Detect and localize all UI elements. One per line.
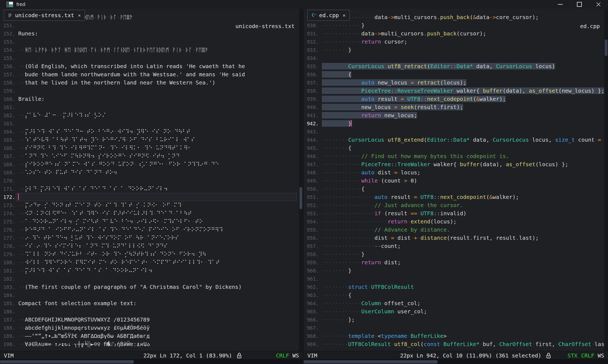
line-number[interactable]: 187. (0, 316, 18, 324)
line-number[interactable]: 967. (304, 324, 322, 332)
line-number[interactable]: 936. (304, 71, 322, 79)
text-line[interactable]: 168.··⡎⠊⠗⠕⠕⠛⠑⠰⠎·⠝⠁⠍⠑·⠺⠁⠎·⠛⠕⠕⠙·⠥⠏⠕⠝·⠰⡡⠁⠝⠛… (0, 160, 299, 168)
horizontal-scrollbar-thumb[interactable] (0, 360, 134, 363)
text-line[interactable]: 171.··⡕⠇⠙·⡍⠜⠇⠑⠹·⠺⠁⠎·⠁⠎·⠙⠑⠁⠙·⠁⠎·⠁·⠙⠕⠕⠗⠤⠝⠁… (0, 185, 299, 193)
line-number[interactable]: 161. (0, 103, 18, 111)
text-line[interactable]: 177.··⠔·⠹⠑·⠞⠗⠁⠙⠑⠲·⡃⠥⠞·⠹⠑·⠺⠊⠎⠙⠕⠍·⠕⠋·⠳⠗·⠁⠝… (0, 234, 299, 242)
line-number[interactable]: 152. (0, 30, 18, 38)
horizontal-scrollbar[interactable] (0, 359, 303, 364)
line-number[interactable]: 958. (304, 250, 322, 259)
text-line[interactable]: 183.··(The·first·couple·of·paragraphs·of… (0, 283, 299, 291)
line-number[interactable]: 943. (304, 128, 322, 136)
line-number[interactable]: 944. (304, 136, 322, 144)
line-number[interactable]: 951. (304, 193, 322, 201)
text-line[interactable]: 178.··⠊⠎·⠔·⠹⠑·⠎⠊⠍⠊⠇⠑⠆·⠁⠝⠙·⠍⠹·⠥⠝⠙⠁⠇⠇⠪⠫·⠙⠁… (0, 242, 299, 250)
code-line[interactable]: 930.············} (304, 21, 604, 29)
text-line[interactable]: 181.··⡍⠜⠇⠑⠹·⠺⠁⠎·⠁⠎·⠙⠑⠁⠙·⠁⠎·⠁·⠙⠕⠕⠗⠤⠝⠁⠊⠇⠲ (0, 266, 299, 275)
whitespace-indicator[interactable]: WS (598, 352, 604, 359)
line-number[interactable]: 180. (0, 259, 18, 267)
code-editor[interactable]: 929.················data->multi_cursors.… (304, 9, 604, 351)
line-number[interactable]: 186. (0, 308, 18, 316)
line-number[interactable]: 173. (0, 201, 18, 210)
code-line[interactable]: 952.················//·Just·advance·the·… (304, 201, 604, 209)
line-number[interactable]: 163. (0, 120, 18, 128)
line-number[interactable]: 182. (0, 275, 18, 283)
line-number[interactable]: 174. (0, 210, 18, 218)
code-line[interactable]: 933.········} (304, 46, 604, 54)
code-line[interactable]: 960.········} (304, 266, 604, 275)
line-number[interactable]: 176. (0, 226, 18, 234)
tab-close-icon[interactable]: ✕ (343, 13, 345, 18)
code-line[interactable]: 964.············Column·offset_col; (304, 299, 604, 307)
line-number[interactable]: 940. (304, 103, 322, 111)
code-line[interactable]: 957.················--count; (304, 242, 604, 250)
text-line[interactable]: 160.Braille: (0, 95, 299, 103)
line-number[interactable]: 955. (304, 226, 322, 234)
horizontal-scrollbar[interactable] (304, 359, 608, 364)
code-line[interactable]: 939.············auto·result·=·UTF8::next… (304, 95, 604, 103)
text-line[interactable]: 180.··⠺⠊⠇⠇·⠹⠻⠑⠋⠕⠗⠑·⠏⠻⠍⠊⠞·⠍⠑·⠞⠕·⠗⠑⠏⠑⠁⠞⠂·⠑… (0, 258, 299, 266)
text-line[interactable]: 155. (0, 54, 299, 62)
tab-ed-cpp[interactable]: C ++ ed.cpp ✕ (307, 10, 350, 21)
text-line[interactable]: 164.··⡍⠜⠇⠑⠹·⠺⠁⠎·⠙⠑⠁⠙⠒·⠞⠕·⠃⠑⠛⠔·⠺⠊⠹⠲·⡹⠻⠑·⠊… (0, 128, 299, 136)
text-line[interactable]: 179.··⠩⠁⠇⠇·⠝⠕⠞·⠙⠊⠌⠥⠗⠃·⠊⠞⠂·⠕⠗·⠹⠑·⡊⠳⠝⠞⠗⠹⠰⠎… (0, 250, 299, 258)
code-line[interactable]: 956.················dist·=·dist·+·distan… (304, 234, 604, 242)
code-line[interactable]: 932.············return·cursor; (304, 38, 604, 46)
code-line[interactable]: 949.············while·(count·>·0) (304, 177, 604, 185)
vertical-scrollbar[interactable] (299, 9, 303, 351)
line-number[interactable]: 939. (304, 95, 322, 103)
text-line[interactable]: 173.··⡍⠔⠙⠖·⡊·⠙⠕⠝⠰⠞·⠍⠑⠁⠝·⠞⠕·⠎⠁⠹·⠹⠁⠞·⡊·⠅⠝⠪… (0, 201, 299, 209)
code-line[interactable]: 962.········struct·UTF8ColResult (304, 283, 604, 291)
code-line[interactable]: 955.················//·Advance·by·distan… (304, 226, 604, 234)
line-number[interactable]: 938. (304, 87, 322, 95)
code-line[interactable]: 936.········{ (304, 70, 604, 78)
code-line[interactable]: 948.············auto·dist·=·locus; (304, 168, 604, 177)
horizontal-scrollbar-thumb[interactable] (304, 360, 438, 363)
line-number[interactable]: 189. (0, 332, 18, 340)
close-button[interactable] (589, 0, 608, 9)
code-line[interactable]: 934. (304, 54, 604, 62)
line-number[interactable]: 949. (304, 177, 322, 185)
line-number[interactable]: 956. (304, 234, 322, 242)
code-line[interactable]: 968.········template·<typename·BufferLik… (304, 332, 604, 340)
text-line[interactable]: 163. (0, 119, 299, 128)
code-line[interactable]: 950.············{ (304, 185, 604, 193)
line-number[interactable]: 963. (304, 291, 322, 299)
line-number[interactable]: 183. (0, 283, 18, 291)
line-number[interactable]: 945. (304, 144, 322, 152)
code-line[interactable]: 947.············PieceTree::TreeWalker·wa… (304, 160, 604, 168)
line-number[interactable]: 968. (304, 332, 322, 340)
text-line[interactable]: 161. (0, 103, 299, 111)
line-number[interactable]: 171. (0, 185, 18, 193)
text-line[interactable]: 167.··⠁⠝⠙·⠹⠑·⠡⠊⠑⠋·⠍⠳⠗⠝⠻⠲·⡎⠊⠗⠕⠕⠛⠑·⠎⠊⠛⠝⠫·⠊… (0, 152, 299, 160)
code-line[interactable]: 961. (304, 275, 604, 283)
line-number[interactable]: 952. (304, 201, 322, 210)
line-number[interactable]: 932. (304, 38, 322, 46)
text-line[interactable]: 170. (0, 177, 299, 185)
line-number[interactable]: 962. (304, 283, 322, 291)
text-line[interactable]: 157.··bude·thaem·lande·northweardum·with… (0, 70, 299, 78)
code-line[interactable]: 938.············PieceTree::ReverseTreeWa… (304, 87, 604, 95)
line-number[interactable]: 185. (0, 299, 18, 308)
text-line[interactable]: 182. (0, 275, 299, 283)
code-line[interactable]: 940.············new_locus·=·seek(result.… (304, 103, 604, 111)
line-number[interactable]: 156. (0, 62, 18, 71)
text-line[interactable]: 165.··⠱⠁⠞⠑⠧⠻·⠁⠃⠳⠞·⠹⠁⠞⠲·⡹⠑·⠗⠑⠛⠊⠌⠻·⠕⠋·⠙⠊⠎·… (0, 136, 299, 144)
whitespace-indicator[interactable]: WS (292, 352, 299, 359)
code-line[interactable]: 953.················if·(result·==·UTF8::… (304, 209, 604, 217)
code-line[interactable]: 931.············data->multi_cursors.push… (304, 29, 604, 38)
text-line[interactable]: 186. (0, 307, 299, 316)
line-number[interactable]: 964. (304, 299, 322, 308)
text-line[interactable]: 172. (0, 193, 299, 201)
line-number[interactable]: 181. (0, 267, 18, 275)
line-number[interactable]: 954. (304, 218, 322, 226)
line-number[interactable]: 160. (0, 95, 18, 103)
line-number[interactable]: 164. (0, 128, 18, 136)
tab-close-icon[interactable]: ✕ (78, 13, 81, 18)
code-line[interactable]: 942.········} (304, 119, 604, 128)
text-line[interactable]: 174.··⠪⠝·⠅⠝⠪⠇⠫⠛⠑⠂·⠱⠁⠞·⠹⠻⠑·⠊⠎·⠏⠜⠞⠊⠊⠥⠇⠜⠇⠹·… (0, 209, 299, 217)
line-number[interactable]: 188. (0, 324, 18, 332)
code-line[interactable]: 967. (304, 324, 604, 332)
code-line[interactable]: 937.············auto·new_locus·=·retract… (304, 78, 604, 87)
tab-unicode-stress-txt[interactable]: unicode-stress.txt ✕ (4, 10, 85, 21)
